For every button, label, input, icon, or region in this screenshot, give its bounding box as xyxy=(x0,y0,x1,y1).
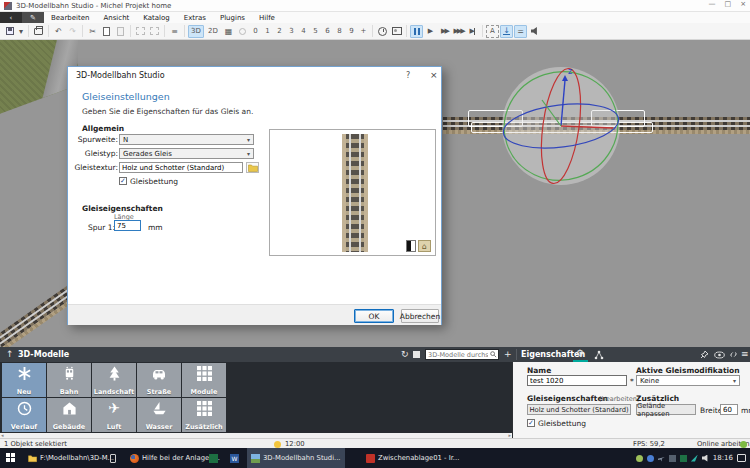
tray-icon-blue-dot[interactable] xyxy=(647,455,654,462)
menu-hilfe[interactable]: Hilfe xyxy=(252,12,282,23)
tray-icon-plane[interactable] xyxy=(658,455,665,462)
camera-4-button[interactable]: 4 xyxy=(298,25,309,38)
dialog-title-bar[interactable]: 3D-Modellbahn Studio ? × xyxy=(68,67,441,83)
volume-icon[interactable] xyxy=(702,455,709,462)
camera-0-button[interactable]: 0 xyxy=(250,25,261,38)
modification-select[interactable]: Keine▾ xyxy=(636,375,740,386)
contrast-toggle-button[interactable] xyxy=(406,240,416,252)
add-tab-button[interactable]: + xyxy=(504,349,512,359)
camera-1-button[interactable]: 1 xyxy=(262,25,273,38)
tray-icon-teal[interactable] xyxy=(691,455,698,462)
texture-button[interactable]: Holz und Schotter (Standard) xyxy=(527,404,631,415)
dialog-close-icon[interactable]: × xyxy=(430,70,438,80)
taskbar-item-studio[interactable]: 3D-Modellbahn Studi... xyxy=(247,448,345,468)
collapse-panel-icon[interactable]: ↑ xyxy=(6,349,14,359)
link-icon[interactable] xyxy=(729,350,738,359)
refresh-icon[interactable]: ↻ xyxy=(401,349,409,359)
cancel-button[interactable]: Abbrechen xyxy=(401,309,439,323)
tray-icon-green-dot[interactable] xyxy=(636,455,643,462)
lower-track-button[interactable]: ↓ xyxy=(500,25,513,38)
name-input[interactable] xyxy=(527,375,627,386)
camera-5-button[interactable]: 5 xyxy=(310,25,321,38)
undo-button[interactable]: ↶ xyxy=(52,25,65,38)
play-button[interactable]: ▶ xyxy=(424,25,437,38)
minimize-icon[interactable]: — xyxy=(709,0,716,8)
camera-6-button[interactable]: 6 xyxy=(322,25,333,38)
gleistextur-input[interactable] xyxy=(119,162,243,173)
skip-end-button[interactable]: ▶ xyxy=(466,25,479,38)
gear-icon[interactable]: ⚙ xyxy=(576,348,584,358)
help-icon[interactable]: ? xyxy=(406,71,410,80)
category-strasse[interactable]: Straße xyxy=(137,363,181,397)
spur1-length-input[interactable] xyxy=(114,220,141,231)
label-tool-button[interactable]: A xyxy=(486,25,499,38)
marquee-select-button[interactable] xyxy=(134,25,147,38)
camera-2-button[interactable]: 2 xyxy=(274,25,285,38)
tray-icon-dark[interactable] xyxy=(669,455,676,462)
eye-icon[interactable] xyxy=(714,351,725,359)
view-2d-button[interactable]: 2D xyxy=(205,25,221,38)
taskbar-item-explorer[interactable]: F:\Modellbahn\3D-M... xyxy=(24,448,118,468)
marquee-move-button[interactable] xyxy=(148,25,161,38)
ok-button[interactable]: OK xyxy=(354,309,394,323)
menu-plugins[interactable]: Plugins xyxy=(213,12,252,23)
breite-input[interactable] xyxy=(720,404,738,415)
print-button[interactable] xyxy=(32,25,45,38)
start-button[interactable] xyxy=(6,453,16,463)
grid-view-button[interactable]: ▦ xyxy=(222,25,235,38)
volume-button[interactable] xyxy=(528,25,541,38)
category-zusaetzlich[interactable]: Zusätzlich xyxy=(182,398,226,432)
close-icon[interactable]: × xyxy=(740,0,746,8)
copy-button[interactable] xyxy=(100,25,113,38)
back-icon[interactable]: ‹ xyxy=(0,12,22,23)
flatten-button[interactable]: = xyxy=(514,25,527,38)
save-button[interactable] xyxy=(3,25,16,38)
category-neu[interactable]: Neu xyxy=(2,363,46,397)
action-center-icon[interactable] xyxy=(737,454,746,462)
cut-button[interactable]: ✂ xyxy=(86,25,99,38)
taskbar-item-excel[interactable] xyxy=(205,448,222,468)
preview-home-button[interactable]: ⌂ xyxy=(418,240,431,252)
pin-icon[interactable] xyxy=(700,350,709,359)
terrain-button[interactable]: Gelände anpassen xyxy=(636,404,696,415)
menu-katalog[interactable]: Katalog xyxy=(136,12,176,23)
paste-button[interactable] xyxy=(114,25,127,38)
add-camera-button[interactable]: + xyxy=(358,25,369,38)
category-module[interactable]: Module xyxy=(182,363,226,397)
time-button[interactable] xyxy=(376,25,389,38)
faster-forward-button[interactable]: ▶▶▶ xyxy=(452,25,465,38)
taskbar-clock[interactable]: 18:16 xyxy=(713,454,733,462)
menu-extras[interactable]: Extras xyxy=(177,12,213,23)
redo-button[interactable]: ↷ xyxy=(66,25,79,38)
tray-icon-green-square[interactable] xyxy=(680,455,687,462)
category-wasser[interactable]: Wasser xyxy=(137,398,181,432)
menu-bearbeiten[interactable]: Bearbeiten xyxy=(44,12,96,23)
category-bahn[interactable]: Bahn xyxy=(47,363,91,397)
list-button[interactable]: ≡ xyxy=(168,25,181,38)
taskbar-item-irfanview[interactable]: Zwischenablage01 - Ir... xyxy=(362,448,463,468)
fast-forward-button[interactable]: ▶▶ xyxy=(438,25,451,38)
bearbeiten-link[interactable]: (bearbeiten) xyxy=(599,395,639,403)
taskbar-item-word[interactable]: W xyxy=(226,448,243,468)
view-3d-button[interactable]: 3D xyxy=(188,25,204,38)
edit-mode-icon[interactable]: ✎ xyxy=(22,12,44,23)
gleisbettung-checkbox[interactable]: ✓ xyxy=(119,177,127,185)
taskbar-item-device[interactable] xyxy=(106,448,120,468)
rotation-gimbal[interactable]: z xyxy=(498,62,628,190)
maximize-icon[interactable]: □ xyxy=(725,0,732,8)
screenshot-button[interactable] xyxy=(390,25,403,38)
gleisbettung-checkbox[interactable]: ✓ xyxy=(527,419,535,427)
pause-button[interactable] xyxy=(410,25,423,38)
category-landschaft[interactable]: Landschaft xyxy=(92,363,136,397)
view-grid-icon[interactable] xyxy=(413,351,420,358)
camera-3-button[interactable]: 3 xyxy=(286,25,297,38)
light-button[interactable] xyxy=(236,25,249,38)
search-input[interactable] xyxy=(425,349,499,360)
camera-9-button[interactable]: 9 xyxy=(346,25,357,38)
category-luft[interactable]: ✈ Luft xyxy=(92,398,136,432)
save-dropdown[interactable]: ▾ xyxy=(17,25,25,38)
category-verlauf[interactable]: Verlauf xyxy=(2,398,46,432)
browse-texture-button[interactable] xyxy=(246,162,259,173)
camera-8-button[interactable]: 8 xyxy=(334,25,345,38)
category-gebaeude[interactable]: Gebäude xyxy=(47,398,91,432)
